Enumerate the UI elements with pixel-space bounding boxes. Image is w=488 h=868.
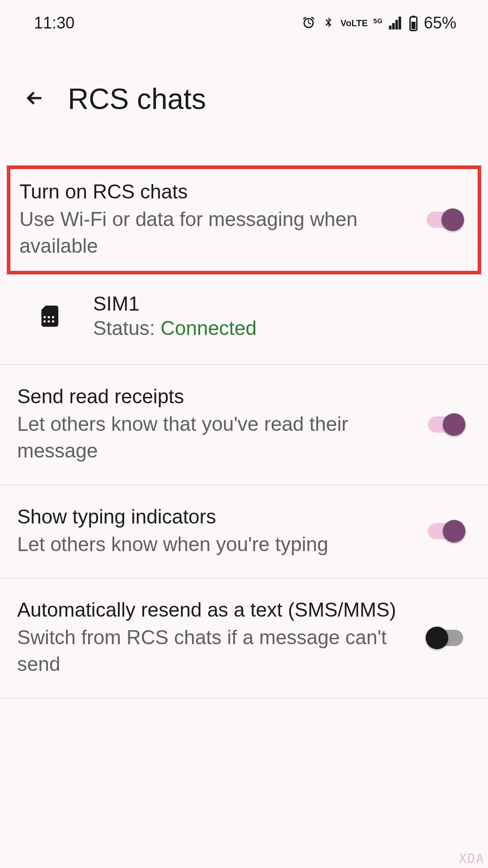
- page-header: RCS chats: [0, 42, 488, 134]
- sim-card-icon: [36, 302, 61, 330]
- sim-status-label: Status:: [93, 317, 160, 339]
- rcs-toggle-text: Turn on RCS chats Use Wi-Fi or data for …: [19, 180, 427, 259]
- back-icon[interactable]: [23, 87, 46, 111]
- volte-icon: VoLTE: [341, 19, 368, 27]
- rcs-toggle-switch[interactable]: [427, 212, 462, 228]
- status-time: 11:30: [34, 14, 75, 33]
- sim-status-line: Status: Connected: [93, 317, 257, 340]
- rcs-toggle-subtitle: Use Wi-Fi or data for messaging when ava…: [19, 206, 408, 259]
- svg-rect-2: [411, 22, 415, 29]
- status-icons: VoLTE ⁵ᴳ 65%: [301, 14, 456, 33]
- page-title: RCS chats: [68, 82, 206, 116]
- typing-indicators-toggle[interactable]: [428, 523, 463, 539]
- svg-rect-1: [412, 16, 415, 17]
- read-receipts-toggle[interactable]: [428, 416, 463, 433]
- network-5g-icon: ⁵ᴳ: [373, 17, 382, 29]
- typing-indicators-row[interactable]: Show typing indicators Let others know w…: [0, 485, 488, 578]
- rcs-toggle-highlight: Turn on RCS chats Use Wi-Fi or data for …: [7, 165, 481, 274]
- auto-resend-text: Automatically resend as a text (SMS/MMS)…: [17, 599, 428, 678]
- alarm-icon: [301, 15, 316, 31]
- typing-indicators-subtitle: Let others know when you're typing: [17, 531, 410, 557]
- read-receipts-subtitle: Let others know that you've read their m…: [17, 410, 410, 464]
- sim-status-value: Connected: [160, 317, 257, 339]
- read-receipts-text: Send read receipts Let others know that …: [17, 385, 428, 464]
- auto-resend-title: Automatically resend as a text (SMS/MMS): [17, 599, 410, 621]
- battery-icon: [408, 15, 418, 31]
- rcs-toggle-title: Turn on RCS chats: [19, 180, 408, 203]
- typing-indicators-title: Show typing indicators: [17, 505, 410, 528]
- watermark: XDA: [459, 851, 484, 866]
- signal-icon: [388, 15, 403, 31]
- auto-resend-row[interactable]: Automatically resend as a text (SMS/MMS)…: [0, 578, 488, 698]
- auto-resend-toggle[interactable]: [428, 630, 463, 646]
- sim-status-row[interactable]: SIM1 Status: Connected: [0, 283, 488, 364]
- status-bar: 11:30 VoLTE ⁵ᴳ 65%: [0, 0, 488, 42]
- auto-resend-subtitle: Switch from RCS chats if a message can't…: [17, 624, 410, 678]
- typing-indicators-text: Show typing indicators Let others know w…: [17, 505, 428, 557]
- read-receipts-title: Send read receipts: [17, 385, 410, 408]
- sim-info: SIM1 Status: Connected: [93, 292, 257, 340]
- bluetooth-icon: [322, 15, 335, 31]
- read-receipts-row[interactable]: Send read receipts Let others know that …: [0, 365, 488, 485]
- battery-percent: 65%: [424, 14, 456, 33]
- sim-name: SIM1: [93, 292, 257, 315]
- divider: [0, 698, 488, 698]
